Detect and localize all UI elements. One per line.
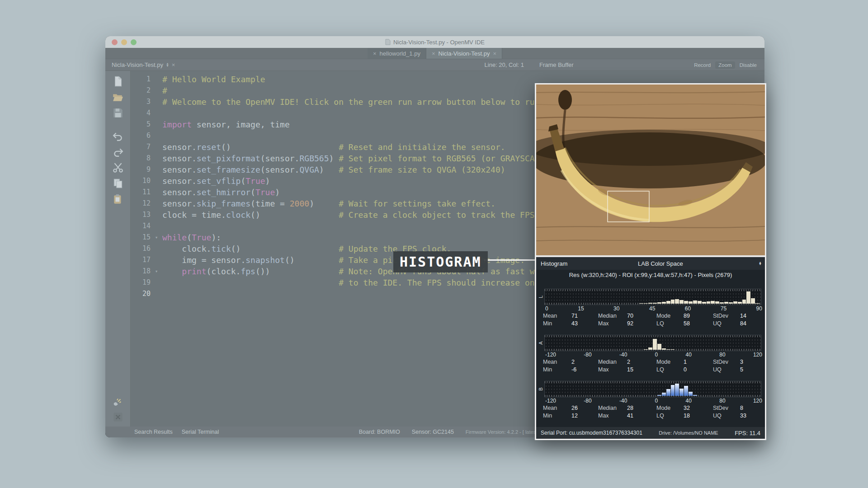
histogram-title: Histogram	[541, 260, 567, 267]
editor-toolbar: Nicla-Vision-Test.py ▲▼ × Line: 20, Col:…	[105, 59, 764, 71]
fold-gutter	[151, 187, 162, 198]
drive-indicator: Drive: /Volumes/NO NAME	[642, 430, 735, 436]
redo-icon[interactable]	[112, 146, 124, 158]
line-number: 12	[131, 198, 151, 209]
firmware-indicator: Firmware Version: 4.2.2 - [ latest ]	[466, 429, 540, 435]
statusbar-center: Board: BORMIO Sensor: GC2145 Firmware Ve…	[359, 429, 540, 435]
line-number: 19	[131, 277, 151, 288]
statusbar-left: Search Results Serial Terminal	[111, 429, 219, 435]
tab-label: Nicla-Vision-Test.py	[439, 50, 490, 57]
document-tabbar: × helloworld_1.py × Nicla-Vision-Test.py…	[105, 48, 764, 59]
fold-gutter	[151, 74, 162, 85]
histogram-plot-A	[544, 335, 761, 351]
histogram-channel-A: A-120-80-4004080120Mean2Median2Mode1StDe…	[536, 335, 765, 374]
channel-label: B	[538, 385, 543, 393]
titlebar[interactable]: Nicla-Vision-Test.py - OpenMV IDE	[105, 36, 764, 48]
tab-strip: × helloworld_1.py × Nicla-Vision-Test.py…	[368, 48, 502, 59]
tab-label: helloworld_1.py	[380, 50, 420, 57]
document-name: Nicla-Vision-Test.py	[112, 61, 163, 68]
fold-marker-icon[interactable]: ▾	[151, 266, 162, 277]
new-file-icon[interactable]	[112, 75, 124, 87]
paste-icon[interactable]	[112, 193, 124, 205]
search-results-button[interactable]: Search Results	[134, 429, 173, 435]
fold-gutter	[151, 96, 162, 108]
fold-gutter	[151, 254, 162, 266]
fold-gutter	[151, 221, 162, 232]
line-number: 14	[131, 221, 151, 232]
colorspace-dropdown-arrows-icon[interactable]: ▲▼	[759, 262, 762, 266]
save-file-icon[interactable]	[112, 107, 124, 119]
channel-label: L	[538, 293, 543, 300]
axis-labels: -120-80-4004080120	[536, 351, 765, 358]
traffic-lights	[112, 39, 137, 45]
wood-knot	[558, 90, 572, 110]
frame-buffer-toolbar: Frame Buffer Record Zoom Disable	[535, 59, 764, 70]
document-selector[interactable]: Nicla-Vision-Test.py ▲▼ ×	[112, 61, 175, 68]
fold-gutter	[151, 153, 162, 164]
channel-stats: Mean26Median28Mode32StDev8Min12Max41LQ18…	[536, 404, 765, 420]
disable-button[interactable]: Disable	[736, 61, 760, 69]
document-icon	[385, 39, 391, 45]
disconnect-icon[interactable]	[112, 411, 124, 423]
board-indicator: Board: BORMIO	[359, 429, 400, 435]
undo-icon[interactable]	[112, 130, 124, 142]
fold-gutter	[151, 209, 162, 221]
close-icon[interactable]: ×	[432, 51, 435, 56]
zoom-button[interactable]: Zoom	[715, 61, 735, 69]
sensor-indicator: Sensor: GC2145	[412, 429, 454, 435]
panel-footer: Serial Port: cu.usbmodem3167376334301 Dr…	[536, 427, 765, 439]
window-title: Nicla-Vision-Test.py - OpenMV IDE	[393, 39, 485, 46]
side-toolbar-bottom	[112, 396, 124, 423]
callout-line	[484, 259, 537, 261]
line-number: 6	[131, 130, 151, 141]
window-title-group: Nicla-Vision-Test.py - OpenMV IDE	[385, 39, 485, 46]
line-number: 16	[131, 243, 151, 254]
fps-indicator: FPS: 11.4	[735, 430, 760, 436]
fold-gutter	[151, 119, 162, 130]
cut-icon[interactable]	[112, 162, 124, 174]
desktop-background: Nicla-Vision-Test.py - OpenMV IDE × hell…	[0, 0, 868, 488]
zoom-window-button[interactable]	[131, 39, 137, 45]
fold-gutter	[151, 141, 162, 153]
fold-gutter	[151, 277, 162, 288]
line-number: 2	[131, 85, 151, 96]
connect-icon[interactable]	[112, 396, 124, 408]
side-toolbar	[105, 71, 131, 427]
line-number: 9	[131, 164, 151, 175]
line-number: 17	[131, 254, 151, 266]
minimize-window-button[interactable]	[121, 39, 127, 45]
fold-gutter	[151, 108, 162, 119]
close-window-button[interactable]	[112, 39, 118, 45]
histogram-channels: L0153045607590Mean71Median70Mode89StDev1…	[536, 281, 765, 427]
line-number: 11	[131, 187, 151, 198]
line-number: 8	[131, 153, 151, 164]
serial-port-indicator: Serial Port: cu.usbmodem3167376334301	[541, 430, 642, 436]
fold-gutter	[151, 85, 162, 96]
editor-toolbar-left: Nicla-Vision-Test.py ▲▼ × Line: 20, Col:…	[105, 59, 535, 70]
frame-buffer-panel: Histogram LAB Color Space ▲▼ Res (w:320,…	[535, 83, 766, 440]
histogram-callout-label: HISTOGRAM	[393, 251, 488, 272]
fold-marker-icon[interactable]: ▾	[151, 232, 162, 243]
line-number: 20	[131, 288, 151, 300]
tab-nicla-vision-test[interactable]: × Nicla-Vision-Test.py ×	[426, 48, 502, 59]
fold-gutter	[151, 175, 162, 187]
line-number: 15	[131, 232, 151, 243]
serial-terminal-button[interactable]: Serial Terminal	[182, 429, 219, 435]
close-icon[interactable]: ×	[373, 51, 377, 56]
copy-icon[interactable]	[112, 178, 124, 189]
frame-buffer-buttons: Record Zoom Disable	[691, 61, 760, 69]
line-number: 3	[131, 96, 151, 108]
close-icon[interactable]: ×	[493, 51, 496, 56]
channel-label: A	[538, 339, 543, 347]
record-button[interactable]: Record	[691, 61, 714, 69]
fold-gutter	[151, 243, 162, 254]
tab-helloworld[interactable]: × helloworld_1.py	[368, 48, 426, 59]
document-nav-arrows-icon[interactable]: ▲▼	[166, 63, 169, 66]
frame-buffer-image[interactable]	[536, 84, 765, 255]
line-number: 7	[131, 141, 151, 153]
line-number: 4	[131, 108, 151, 119]
colorspace-dropdown[interactable]: LAB Color Space	[638, 260, 683, 267]
close-icon[interactable]: ×	[172, 62, 175, 68]
fold-gutter	[151, 288, 162, 300]
open-file-icon[interactable]	[112, 91, 124, 103]
